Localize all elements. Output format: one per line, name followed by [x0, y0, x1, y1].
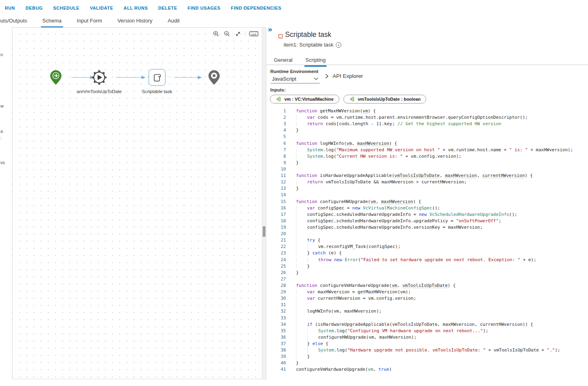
line-number: 15	[266, 199, 286, 205]
input-chip-vm[interactable]: vm : VC:VirtualMachine	[270, 95, 339, 104]
code-line-11[interactable]: 11function isHardwareUpgradeApplicable(v…	[266, 173, 588, 179]
code-line-30[interactable]: 30 var currentHWversion = vm.config.vers…	[266, 295, 588, 302]
code-line-40[interactable]: 40}	[266, 360, 588, 366]
code-line-19[interactable]: 19 configSpec.scheduledHardwareUpgradeIn…	[266, 224, 588, 231]
canvas-scrollbar[interactable]	[262, 28, 266, 379]
code-line-13[interactable]: 13}	[266, 185, 588, 192]
zoom-in-icon[interactable]	[212, 30, 220, 37]
line-number: 38	[266, 347, 286, 353]
tab-audit[interactable]: Audit	[166, 16, 182, 26]
code-line-7[interactable]: 7 System.log("Maximum supported HW versi…	[266, 147, 588, 153]
code-line-15[interactable]: 15function configureHWUpgrade(vm, maxHWv…	[266, 199, 588, 205]
code-line-36[interactable]: 36 configureHWUpgrade(vm, maxHWversion);	[266, 334, 588, 341]
line-number: 40	[266, 360, 286, 366]
end-node[interactable]	[208, 70, 220, 85]
code-line-26[interactable]: 26}	[266, 270, 588, 276]
tab-version-history[interactable]: Version History	[116, 16, 154, 26]
code-line-content: return cods[cods.length - 1].key; // Get…	[296, 121, 501, 127]
code-line-29[interactable]: 29 var maxHWversion = getMaxHWVersion(vm…	[266, 289, 588, 295]
code-line-content	[296, 315, 307, 321]
line-number: 12	[266, 179, 286, 185]
api-explorer-label: API Explorer	[333, 73, 363, 79]
code-line-9[interactable]: 9}	[266, 160, 588, 166]
panel-title: Scriptable task	[285, 30, 331, 39]
code-line-5[interactable]: 5	[266, 134, 588, 140]
toolbar-action-delete[interactable]: DELETE	[158, 6, 177, 10]
toolbar-action-debug[interactable]: DEBUG	[26, 6, 43, 10]
code-line-1[interactable]: 1function getMaxHWVersion(vm) {	[266, 108, 588, 114]
scriptable-task-node[interactable]	[149, 69, 165, 86]
code-line-38[interactable]: 38 System.log("Hardware upgrade not poss…	[266, 347, 588, 353]
zoom-out-icon[interactable]	[223, 30, 231, 37]
line-number: 32	[266, 308, 286, 315]
api-explorer-toggle[interactable]: API Explorer	[325, 73, 363, 79]
code-line-22[interactable]: 22 vm.reconfigVM_Task(configSpec);	[266, 244, 588, 250]
code-line-32[interactable]: 32 logHWInfo(vm, maxHWversion);	[266, 308, 588, 315]
code-line-21[interactable]: 21 try {	[266, 237, 588, 244]
line-number: 28	[266, 282, 286, 289]
code-line-6[interactable]: 6function logHWInfo(vm, maxHWversion) {	[266, 140, 588, 147]
code-line-34[interactable]: 34 if (isHardwareUpgradeApplicable(vmToo…	[266, 321, 588, 328]
info-icon[interactable]: i	[336, 42, 341, 48]
code-line-8[interactable]: 8 System.log("Current HW version is: " +…	[266, 153, 588, 160]
code-line-23[interactable]: 23 } catch (e) {	[266, 250, 588, 256]
code-line-25[interactable]: 25 }	[266, 263, 588, 270]
line-number: 11	[266, 173, 286, 179]
inputs-label: Inputs:	[270, 87, 286, 92]
canvas-scrollbar-thumb[interactable]	[263, 226, 265, 237]
toolbar-action-find-usages[interactable]: FIND USAGES	[188, 6, 220, 10]
code-line-39[interactable]: 39 }	[266, 353, 588, 360]
toolbar-action-schedule[interactable]: SCHEDULE	[53, 6, 79, 10]
code-line-4[interactable]: 4}	[266, 127, 588, 134]
code-line-17[interactable]: 17 configSpec.scheduledHardwareUpgradeIn…	[266, 211, 588, 218]
line-number: 33	[266, 315, 286, 321]
code-line-27[interactable]: 27	[266, 276, 588, 282]
code-line-31[interactable]: 31	[266, 302, 588, 308]
code-line-content: function configureVmHardwareUpgrade(vm, …	[296, 282, 455, 289]
line-number: 6	[266, 140, 286, 147]
code-line-3[interactable]: 3 return cods[cods.length - 1].key; // G…	[266, 121, 588, 127]
task-details-panel: » Scriptable task item1: Scriptable task…	[266, 27, 588, 386]
toolbar-divider	[245, 31, 245, 37]
line-number: 4	[266, 127, 286, 134]
code-line-content: var cods = vm.runtime.host.parent.enviro…	[296, 114, 528, 121]
code-line-content: try {	[296, 237, 321, 244]
code-line-37[interactable]: 37 } else {	[266, 341, 588, 347]
code-line-10[interactable]: 10	[266, 166, 588, 173]
code-line-28[interactable]: 28function configureVmHardwareUpgrade(vm…	[266, 282, 588, 289]
toolbar-action-run[interactable]: RUN	[5, 6, 15, 10]
tab-schema[interactable]: Schema	[41, 16, 63, 28]
code-line-24[interactable]: 24 throw new Error("Failed to set hardwa…	[266, 257, 588, 263]
line-number: 34	[266, 321, 286, 328]
code-line-20[interactable]: 20	[266, 231, 588, 237]
panel-subtitle: item1: Scriptable task	[284, 42, 333, 48]
line-number: 9	[266, 160, 286, 166]
toolbar-action-all-runs[interactable]: ALL RUNS	[124, 6, 148, 10]
script-editor[interactable]: 1function getMaxHWVersion(vm) {2 var cod…	[266, 108, 588, 373]
code-line-35[interactable]: 35 System.log("Configuring VM hardware u…	[266, 328, 588, 334]
collapse-panel-icon[interactable]: »	[268, 25, 272, 34]
start-node[interactable]	[50, 70, 62, 85]
runtime-environment-select[interactable]: JavaScript	[271, 75, 320, 83]
code-line-16[interactable]: 16 var configSpec = new VcVirtualMachine…	[266, 205, 588, 211]
code-line-content: var configSpec = new VcVirtualMachineCon…	[296, 205, 440, 211]
keyboard-shortcuts-icon[interactable]	[249, 30, 259, 37]
code-line-14[interactable]: 14	[266, 192, 588, 198]
code-line-12[interactable]: 12 return vmToolsIsUpToDate && maxHWvers…	[266, 179, 588, 185]
workflow-element-node[interactable]	[90, 69, 108, 86]
toolbar-action-find-dependencies[interactable]: FIND DEPENDENCIES	[231, 6, 282, 10]
toolbar-action-validate[interactable]: VALIDATE	[90, 6, 113, 10]
input-chip-vmtoolsisuptodate[interactable]: vmToolsIsUpToDate : boolean	[343, 95, 427, 104]
code-line-41[interactable]: 41configureVmHardwareUpgrade(vm, true)	[266, 366, 588, 373]
expand-icon[interactable]	[234, 30, 241, 37]
tab-inputs-outputs[interactable]: Inputs/Outputs	[0, 16, 29, 26]
code-line-18[interactable]: 18 configSpec.scheduledHardwareUpgradeIn…	[266, 218, 588, 224]
schema-canvas[interactable]: areVmToolsUpToDate Scriptable task	[12, 27, 266, 379]
tab-input-form[interactable]: Input Form	[75, 16, 104, 26]
code-line-33[interactable]: 33	[266, 315, 588, 321]
code-line-content: System.log("Maximum supported HW version…	[296, 147, 573, 153]
code-line-content: }	[296, 263, 310, 270]
line-number: 25	[266, 263, 286, 270]
code-line-2[interactable]: 2 var cods = vm.runtime.host.parent.envi…	[266, 114, 588, 121]
line-number: 21	[266, 237, 286, 244]
